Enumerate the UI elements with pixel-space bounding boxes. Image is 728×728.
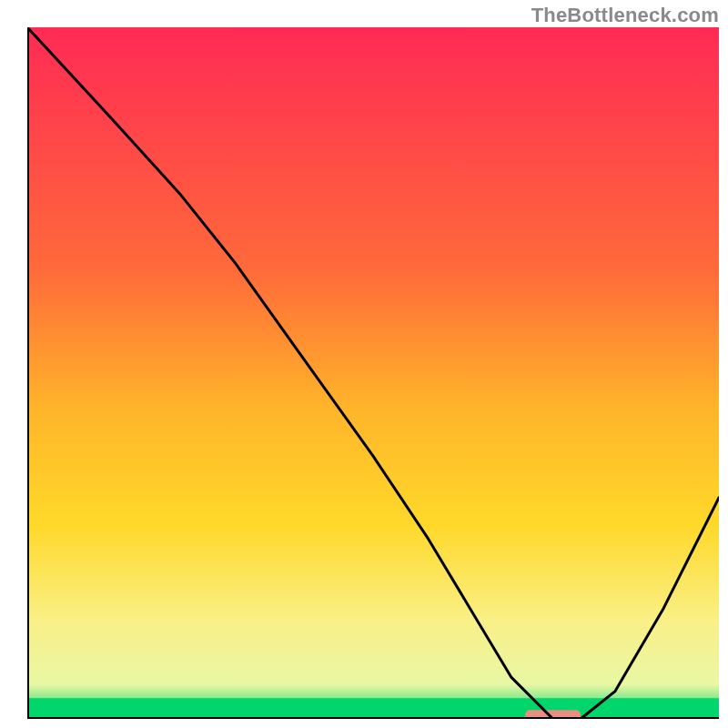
chart-canvas: TheBottleneck.com <box>0 0 728 728</box>
plot-area <box>27 27 719 719</box>
green-band <box>27 698 719 719</box>
plot-svg <box>27 27 719 719</box>
gradient-background <box>27 27 719 719</box>
watermark-text: TheBottleneck.com <box>531 4 719 27</box>
